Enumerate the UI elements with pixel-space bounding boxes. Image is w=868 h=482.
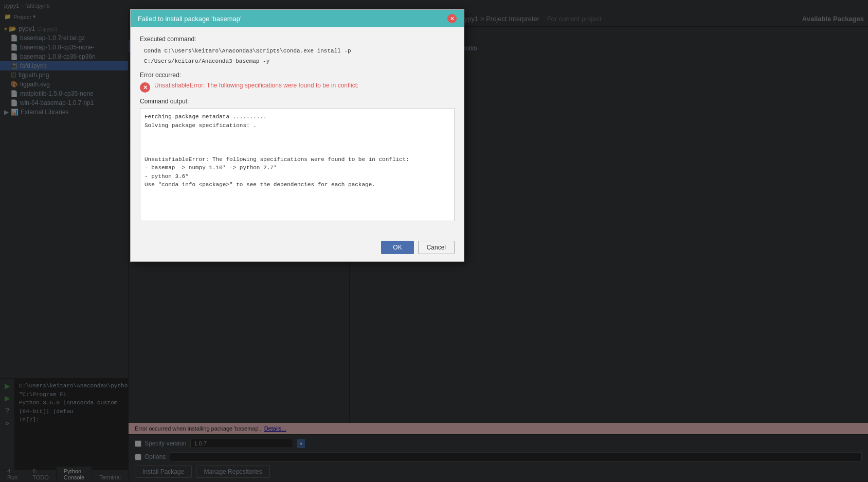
breadcrumb-fafd[interactable]: fafd.ipynb [25, 3, 50, 9]
tree-root-folder[interactable]: ▾ 📂 pypy1 C:\pypy1 [0, 24, 128, 33]
modal-title-bar: Failed to install package 'basemap' ✕ [131, 10, 464, 27]
tree-file-3[interactable]: 📓 fafd.ipynb [0, 61, 128, 70]
play-icon[interactable]: ▶ [2, 393, 12, 403]
triangle-right-icon: ▶ [4, 109, 9, 116]
output-label: Command output: [140, 98, 455, 105]
dropdown-icon[interactable]: ▾ [33, 13, 36, 20]
breadcrumb-pypy1[interactable]: pypy1 [4, 3, 19, 9]
executed-command-section: Executed command: Conda C:\Users\keitaro… [140, 35, 455, 66]
options-input[interactable] [170, 452, 862, 461]
tree-file-4[interactable]: 🖼 figpath.png [0, 70, 128, 80]
output-line-2 [144, 130, 450, 138]
python-console-area: C:\Users\keitaro\Anaconda3\python.exe "C… [15, 379, 128, 470]
file-name-2: basemap-1.0.8-cp36-cp36n [20, 53, 96, 60]
tab-bar: 4: Run 6: TODO Python Console Terminal [0, 470, 128, 482]
output-line-4 [144, 147, 450, 155]
file-name-0: basemap-1.0.7rel.tar.gz [20, 34, 85, 42]
error-occurred-section: Error occurred: ✕ UnsatisfiableError: Th… [140, 72, 455, 93]
options-label: Options [144, 453, 166, 460]
file-name-1: basemap-1.0.8-cp35-none- [20, 44, 95, 51]
left-section: 📁 Project ▾ ▾ 📂 pypy1 C:\pypy1 📄 basemap… [0, 11, 129, 482]
output-line-3 [144, 138, 450, 147]
bottom-panel: ▶ ▶ ? » C:\Users\keitaro\Anaconda3\pytho… [0, 367, 128, 470]
modal-body: Executed command: Conda C:\Users\keitaro… [131, 27, 464, 237]
tab-terminal[interactable]: Terminal [92, 473, 129, 482]
available-packages-title: Available Packages [802, 15, 864, 23]
folder-icon: 📁 [4, 13, 11, 20]
file-icon-nb: 📓 [10, 62, 18, 69]
output-line-0: Fetching package metadata .......... [144, 113, 450, 121]
output-line-6: - basemap -> numpy 1.10* -> python 2.7* [144, 164, 450, 172]
for-current: For current project [547, 15, 602, 23]
run-button[interactable]: ▶ [2, 381, 12, 391]
error-occurred-label: Error occurred: [140, 72, 455, 79]
version-dropdown-btn[interactable]: ▾ [297, 439, 305, 448]
file-name-4: figpath.png [19, 72, 49, 79]
executed-cmd-2: C:/Users/keitaro/Anaconda3 basemap -y [140, 56, 455, 66]
file-name-7: win-64-basemap-1.0.7-np1 [20, 99, 94, 106]
modal-cancel-button[interactable]: Cancel [418, 241, 455, 254]
output-line-8: Use "conda info <package>" to see the de… [144, 181, 450, 189]
sidebar-header: 📁 Project ▾ [0, 11, 128, 22]
console-toolbar: ▶ ▶ ? » [0, 379, 15, 470]
install-manage-row: Install Package Manage Repositories [135, 466, 862, 478]
tree-file-0[interactable]: 📄 basemap-1.0.7rel.tar.gz [0, 33, 128, 43]
breadcrumb-sep1: › [21, 3, 23, 9]
help-icon[interactable]: ? [2, 405, 12, 416]
command-output-section: Command output: Fetching package metadat… [140, 98, 455, 221]
root-folder-label: pypy1 [19, 25, 35, 32]
chart-icon: 📊 [11, 109, 19, 116]
console-line-2: Python 3.6.0 |Anaconda custom (64-bit)| … [19, 399, 124, 416]
executed-cmd-1: Conda C:\Users\keitaro\Anaconda3\Scripts… [140, 46, 455, 56]
modal-title: Failed to install package 'basemap' [138, 15, 242, 23]
tab-todo[interactable]: 6: TODO [25, 467, 57, 482]
output-line-7: - python 3.6* [144, 172, 450, 181]
sidebar-tree: ▾ 📂 pypy1 C:\pypy1 📄 basemap-1.0.7rel.ta… [0, 22, 128, 367]
install-package-button[interactable]: Install Package [135, 466, 192, 478]
console-row: ▶ ▶ ? » C:\Users\keitaro\Anaconda3\pytho… [0, 379, 128, 470]
console-prompt-line: In[2]: [19, 416, 124, 424]
options-row: Options [135, 452, 862, 461]
specify-version-checkbox[interactable] [135, 440, 141, 447]
file-name-6: matplotlib-1.5.0-cp35-none [20, 90, 94, 97]
tab-python-console[interactable]: Python Console [57, 467, 92, 482]
tree-file-5[interactable]: 🎨 figpath.svg [0, 80, 128, 89]
specify-version-checkbox-row: Specify version [135, 440, 186, 447]
file-icon-png: 🖼 [10, 72, 16, 79]
file-name-5: figpath.svg [20, 81, 50, 88]
tree-file-7[interactable]: 📄 win-64-basemap-1.0.7-np1 [0, 98, 128, 108]
modal-footer: OK Cancel [131, 237, 464, 261]
error-message: UnsatisfiableError: The following specif… [154, 82, 358, 89]
file-icon-gz: 📄 [10, 34, 18, 42]
error-details-link[interactable]: Details... [264, 425, 286, 432]
tab-run[interactable]: 4: Run [0, 467, 25, 482]
folder-open-icon: ▾ 📂 [4, 25, 16, 32]
modal-ok-button[interactable]: OK [381, 241, 413, 254]
external-libraries-label: External Libraries [21, 109, 68, 116]
tree-file-1[interactable]: 📄 basemap-1.0.8-cp35-none- [0, 43, 128, 52]
external-libraries-item[interactable]: ▶ 📊 External Libraries [0, 108, 128, 117]
specify-version-label: Specify version [144, 440, 186, 447]
file-icon-gz-1: 📄 [10, 44, 18, 51]
specify-version-row: Specify version ▾ [135, 439, 862, 448]
console-line-1: C:\Users\keitaro\Anaconda3\python.exe "C… [19, 382, 124, 399]
project-label: Project [13, 14, 31, 20]
tree-file-2[interactable]: 📄 basemap-1.0.8-cp36-cp36n [0, 52, 128, 61]
error-circle-icon: ✕ [140, 82, 150, 93]
console-prompt: In[2]: [19, 417, 40, 423]
root-folder-path: C:\pypy1 [37, 26, 57, 32]
file-icon-gz-2: 📄 [10, 53, 18, 60]
more-icon[interactable]: » [2, 418, 12, 428]
file-icon-gz-7: 📄 [10, 99, 18, 106]
console-header [0, 367, 128, 379]
version-input[interactable] [190, 439, 293, 448]
error-row: ✕ UnsatisfiableError: The following spec… [140, 82, 455, 93]
error-bar-text: Error occurred when installing package '… [135, 425, 261, 432]
output-box[interactable]: Fetching package metadata .......... Sol… [140, 108, 455, 221]
error-bar: Error occurred when installing package '… [129, 423, 868, 434]
tree-file-6[interactable]: 📄 matplotlib-1.5.0-cp35-none [0, 89, 128, 98]
modal-close-button[interactable]: ✕ [447, 14, 457, 23]
options-checkbox[interactable] [135, 454, 141, 460]
manage-repositories-button[interactable]: Manage Repositories [196, 466, 269, 478]
file-icon-gz-6: 📄 [10, 90, 18, 97]
